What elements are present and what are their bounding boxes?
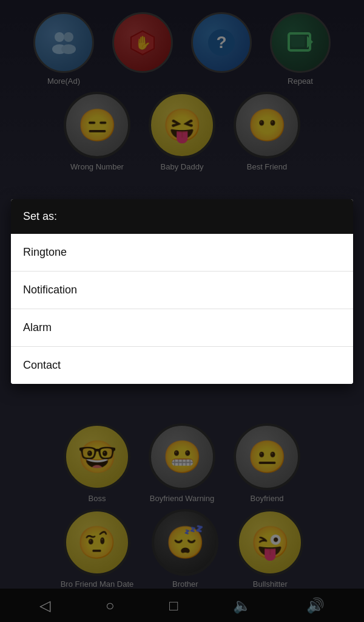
ringtone-option[interactable]: Ringtone [11, 234, 353, 272]
alarm-option[interactable]: Alarm [11, 309, 353, 347]
dialog-title: Set as: [11, 199, 353, 234]
contact-option[interactable]: Contact [11, 347, 353, 384]
notification-option[interactable]: Notification [11, 272, 353, 309]
set-as-dialog: Set as: Ringtone Notification Alarm Cont… [11, 199, 353, 384]
